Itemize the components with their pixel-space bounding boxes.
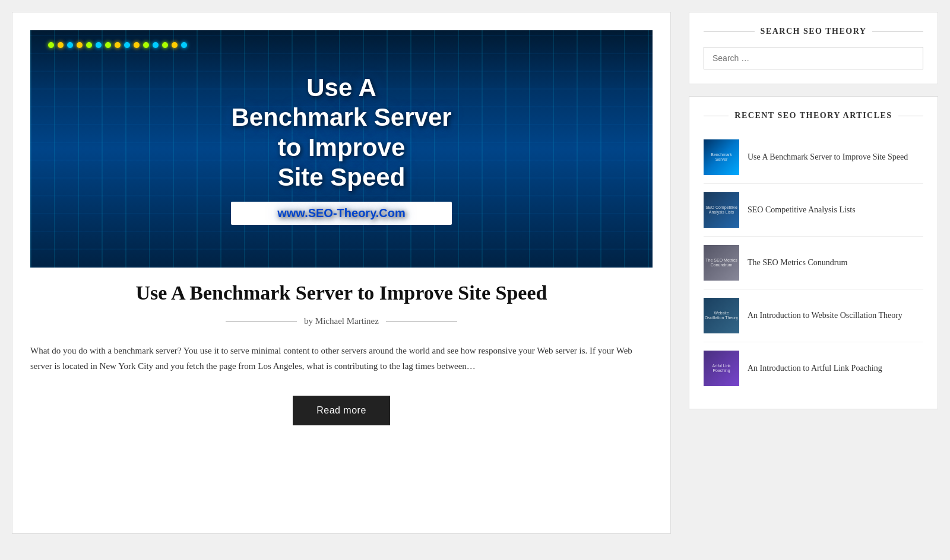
recent-article-title: SEO Competitive Analysis Lists xyxy=(748,204,856,216)
article-byline: by Michael Martinez xyxy=(30,316,653,326)
article-featured-image: Use A Benchmark Server to Improve Site S… xyxy=(30,30,653,268)
thumb-image: Website Oscillation Theory xyxy=(704,298,739,333)
recent-title-line-left xyxy=(704,116,729,116)
search-title-line-left xyxy=(704,31,755,32)
recent-article-item[interactable]: The SEO Metrics ConundrumThe SEO Metrics… xyxy=(704,237,923,289)
read-more-button[interactable]: Read more xyxy=(293,396,390,425)
sidebar: SEARCH SEO THEORY RECENT SEO THEORY ARTI… xyxy=(689,12,938,409)
thumb-image: SEO Competitive Analysis Lists xyxy=(704,192,739,228)
article-image-text: Use A Benchmark Server to Improve Site S… xyxy=(231,73,451,225)
thumb-label: Website Oscillation Theory xyxy=(704,310,739,322)
recent-article-title: The SEO Metrics Conundrum xyxy=(748,257,847,269)
image-heading: Use A Benchmark Server to Improve Site S… xyxy=(231,73,451,193)
article-thumb: Benchmark Server xyxy=(704,139,739,175)
article-excerpt: What do you do with a benchmark server? … xyxy=(30,343,653,374)
article-thumb: SEO Competitive Analysis Lists xyxy=(704,192,739,228)
recent-articles-widget: RECENT SEO THEORY ARTICLES Benchmark Ser… xyxy=(689,96,938,409)
recent-article-title: An Introduction to Artful Link Poaching xyxy=(748,362,882,374)
recent-article-item[interactable]: Website Oscillation TheoryAn Introductio… xyxy=(704,289,923,342)
byline-line-left xyxy=(226,321,297,322)
search-widget: SEARCH SEO THEORY xyxy=(689,12,938,84)
search-widget-title: SEARCH SEO THEORY xyxy=(704,27,923,36)
search-title-line-right xyxy=(872,31,923,32)
recent-article-title: Use A Benchmark Server to Improve Site S… xyxy=(748,151,908,163)
recent-articles-list: Benchmark ServerUse A Benchmark Server t… xyxy=(704,131,923,394)
thumb-image: Artful Link Poaching xyxy=(704,351,739,386)
article-image-wrap: Use A Benchmark Server to Improve Site S… xyxy=(30,30,653,268)
recent-article-item[interactable]: Artful Link PoachingAn Introduction to A… xyxy=(704,342,923,394)
byline-line-right xyxy=(386,321,457,322)
recent-article-item[interactable]: SEO Competitive Analysis ListsSEO Compet… xyxy=(704,184,923,237)
byline-text: by Michael Martinez xyxy=(304,316,379,326)
search-input[interactable] xyxy=(704,47,923,69)
article-thumb: The SEO Metrics Conundrum xyxy=(704,245,739,281)
url-label: www.SEO-Theory.Com xyxy=(231,202,451,225)
recent-article-title: An Introduction to Website Oscillation T… xyxy=(748,310,902,322)
thumb-label: The SEO Metrics Conundrum xyxy=(704,257,739,269)
article-thumb: Artful Link Poaching xyxy=(704,351,739,386)
thumb-label: Artful Link Poaching xyxy=(704,362,739,375)
thumb-image: Benchmark Server xyxy=(704,139,739,175)
article-title: Use A Benchmark Server to Improve Site S… xyxy=(30,282,653,304)
recent-title-line-right xyxy=(898,116,923,116)
server-lights xyxy=(30,42,653,48)
thumb-image: The SEO Metrics Conundrum xyxy=(704,245,739,281)
thumb-label: SEO Competitive Analysis Lists xyxy=(704,204,739,217)
recent-articles-title: RECENT SEO THEORY ARTICLES xyxy=(704,111,923,120)
thumb-label: Benchmark Server xyxy=(704,151,739,164)
page-wrapper: Use A Benchmark Server to Improve Site S… xyxy=(12,12,938,548)
recent-article-item[interactable]: Benchmark ServerUse A Benchmark Server t… xyxy=(704,131,923,184)
main-content: Use A Benchmark Server to Improve Site S… xyxy=(12,12,671,534)
article-thumb: Website Oscillation Theory xyxy=(704,298,739,333)
